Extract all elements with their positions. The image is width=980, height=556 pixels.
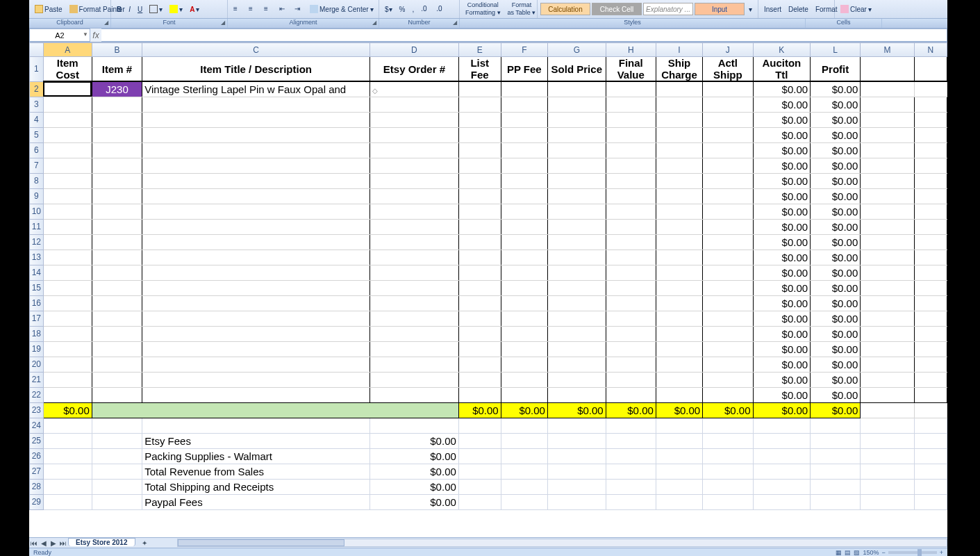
cell-L8[interactable]: $0.00 xyxy=(811,173,861,188)
cell-F14[interactable] xyxy=(501,265,547,280)
header-cell-M[interactable] xyxy=(861,57,914,82)
cell-J15[interactable] xyxy=(703,280,753,295)
cell-L11[interactable]: $0.00 xyxy=(811,219,861,234)
cell-M8[interactable] xyxy=(861,173,914,188)
col-header-I[interactable]: I xyxy=(656,43,702,57)
cell-K7[interactable]: $0.00 xyxy=(753,158,811,173)
cell-N3[interactable] xyxy=(914,97,947,112)
cell-E21[interactable] xyxy=(458,372,501,387)
cell-E4[interactable] xyxy=(458,112,501,127)
cell-B18[interactable] xyxy=(92,326,142,341)
cell-N29[interactable] xyxy=(914,494,947,509)
row-header-6[interactable]: 6 xyxy=(30,142,44,158)
cell-I20[interactable] xyxy=(656,357,702,372)
cell-D12[interactable] xyxy=(370,234,459,250)
sheet-tab-active[interactable]: Etsy Store 2012 xyxy=(68,538,135,546)
cell-H8[interactable] xyxy=(606,173,656,188)
cell-D14[interactable] xyxy=(370,265,459,280)
cell-E5[interactable] xyxy=(458,127,501,142)
cell-I7[interactable] xyxy=(656,158,702,173)
cell-F12[interactable] xyxy=(501,234,547,250)
cell-C12[interactable] xyxy=(142,234,370,250)
cell-G28[interactable] xyxy=(547,479,606,494)
header-cell-E[interactable]: ListFee xyxy=(458,57,501,82)
cell-B14[interactable] xyxy=(92,265,142,280)
cell-B8[interactable] xyxy=(92,173,142,188)
cell-F3[interactable] xyxy=(501,97,547,112)
cell-L26[interactable] xyxy=(811,448,861,464)
cell-C8[interactable] xyxy=(142,173,370,188)
cell-J17[interactable] xyxy=(703,311,753,326)
select-all-button[interactable] xyxy=(30,43,44,57)
insert-cells-button[interactable]: Insert xyxy=(761,4,784,15)
cell-L23[interactable]: $0.00 xyxy=(811,402,861,418)
cell-L7[interactable]: $0.00 xyxy=(811,158,861,173)
cell-B6[interactable] xyxy=(92,142,142,158)
cell-F4[interactable] xyxy=(501,112,547,127)
cell-L6[interactable]: $0.00 xyxy=(811,142,861,158)
cell-L25[interactable] xyxy=(811,433,861,448)
cell-A25[interactable] xyxy=(43,433,92,448)
cell-A7[interactable] xyxy=(43,158,92,173)
cell-G26[interactable] xyxy=(547,448,606,464)
cell-D18[interactable] xyxy=(370,326,459,341)
cell-N21[interactable] xyxy=(914,372,947,387)
cell-K6[interactable]: $0.00 xyxy=(753,142,811,158)
cell-I28[interactable] xyxy=(656,479,702,494)
cell-J6[interactable] xyxy=(703,142,753,158)
style-check-cell[interactable]: Check Cell xyxy=(592,3,642,15)
summary-label-28[interactable]: Total Shipping and Receipts xyxy=(142,479,370,494)
col-header-K[interactable]: K xyxy=(753,43,811,57)
header-cell-A[interactable]: ItemCost xyxy=(43,57,92,82)
cell-H22[interactable] xyxy=(606,387,656,402)
cell-K17[interactable]: $0.00 xyxy=(753,311,811,326)
cell-B16[interactable] xyxy=(92,295,142,311)
cell-D13[interactable] xyxy=(370,250,459,265)
col-header-D[interactable]: D xyxy=(370,43,459,57)
cell-E22[interactable] xyxy=(458,387,501,402)
cell-B28[interactable] xyxy=(92,479,142,494)
row-header-16[interactable]: 16 xyxy=(30,295,44,311)
formula-input[interactable] xyxy=(101,28,947,42)
header-cell-F[interactable]: PP Fee xyxy=(501,57,547,82)
cell-K9[interactable]: $0.00 xyxy=(753,188,811,204)
cell-C22[interactable] xyxy=(142,387,370,402)
cell-G10[interactable] xyxy=(547,204,606,219)
cell-K16[interactable]: $0.00 xyxy=(753,295,811,311)
cell-N11[interactable] xyxy=(914,219,947,234)
align-center-button[interactable]: ≡ xyxy=(246,3,260,15)
cell-B2[interactable]: J230 xyxy=(92,81,142,97)
cell-J20[interactable] xyxy=(703,357,753,372)
bold-button[interactable]: B xyxy=(114,4,124,15)
cell-I11[interactable] xyxy=(656,219,702,234)
cell-H28[interactable] xyxy=(606,479,656,494)
worksheet-grid[interactable]: ABCDEFGHIJKLMN1ItemCostItem #Item Title … xyxy=(29,42,947,537)
cell-J16[interactable] xyxy=(703,295,753,311)
zoom-out-button[interactable]: − xyxy=(881,549,885,556)
cell-M27[interactable] xyxy=(861,464,914,479)
cell-K12[interactable]: $0.00 xyxy=(753,234,811,250)
cell-J29[interactable] xyxy=(703,494,753,509)
cell-B22[interactable] xyxy=(92,387,142,402)
cell-M13[interactable] xyxy=(861,250,914,265)
cell-I23[interactable]: $0.00 xyxy=(656,402,702,418)
summary-value-25[interactable]: $0.00 xyxy=(370,433,459,448)
cell-A21[interactable] xyxy=(43,372,92,387)
row-header-10[interactable]: 10 xyxy=(30,204,44,219)
cell-B21[interactable] xyxy=(92,372,142,387)
conditional-formatting-button[interactable]: Conditional Formatting ▾ xyxy=(463,1,504,17)
cell-H9[interactable] xyxy=(606,188,656,204)
summary-value-28[interactable]: $0.00 xyxy=(370,479,459,494)
cell-A15[interactable] xyxy=(43,280,92,295)
header-cell-I[interactable]: ShipCharge xyxy=(656,57,702,82)
cell-L2[interactable]: $0.00 xyxy=(811,81,861,97)
zoom-level[interactable]: 150% xyxy=(863,549,879,556)
cell-H10[interactable] xyxy=(606,204,656,219)
cell-K23[interactable]: $0.00 xyxy=(753,402,811,418)
cell-E9[interactable] xyxy=(458,188,501,204)
cell-J12[interactable] xyxy=(703,234,753,250)
font-color-button[interactable]: A▾ xyxy=(187,4,202,15)
cell-E25[interactable] xyxy=(458,433,501,448)
cell-C14[interactable] xyxy=(142,265,370,280)
cell-E3[interactable] xyxy=(458,97,501,112)
